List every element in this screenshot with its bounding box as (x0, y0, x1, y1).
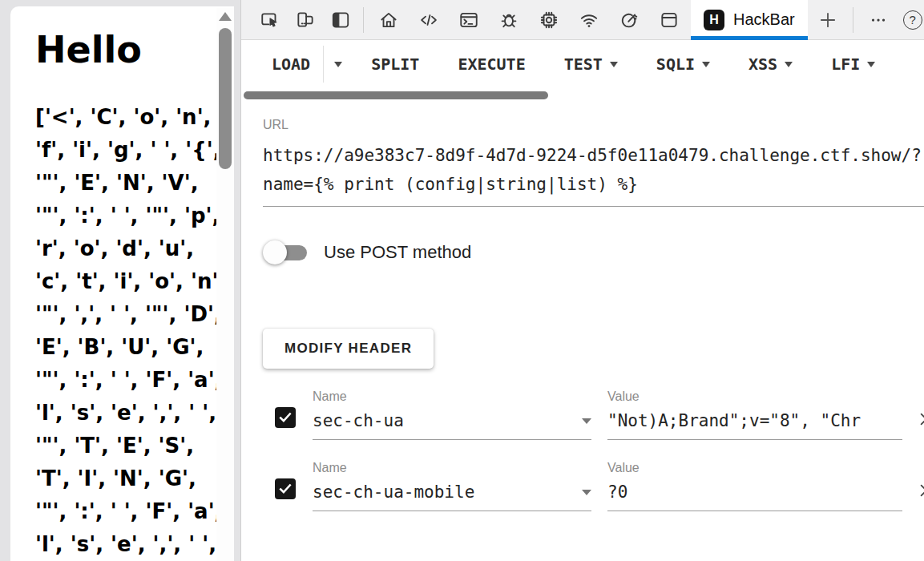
console-icon[interactable] (458, 10, 479, 30)
toolbar-separator (363, 7, 364, 33)
header-enabled-checkbox[interactable] (275, 407, 296, 428)
tab-hackbar-label: HackBar (733, 10, 795, 29)
processor-chip-icon[interactable] (539, 10, 559, 30)
header-enabled-checkbox[interactable] (275, 478, 296, 499)
header-name-label: Name (313, 389, 591, 404)
menu-item-label: EXECUTE (458, 54, 525, 74)
menu-item-load-caret[interactable] (334, 62, 342, 67)
inspect-icon[interactable] (260, 10, 280, 30)
checkmark-icon (277, 410, 293, 426)
menu-item-load[interactable]: LOAD (272, 54, 310, 74)
tab-hackbar[interactable]: H HackBar (691, 0, 808, 40)
remove-header-icon[interactable] (918, 410, 924, 428)
menu-item-lfi[interactable]: LFI (831, 54, 875, 74)
menu-item-label: LOAD (272, 54, 310, 74)
toolbar-separator (853, 7, 853, 33)
menu-item-xss[interactable]: XSS (748, 54, 793, 74)
url-input[interactable]: https://a9e383c7-8d9f-4d7d-9224-d5f0e11a… (263, 141, 924, 207)
debugger-bug-icon[interactable] (498, 10, 519, 30)
devtools-panel: H HackBar ? LOAD (240, 0, 924, 561)
performance-gauge-icon[interactable] (619, 10, 640, 30)
help-icon[interactable]: ? (903, 10, 922, 30)
add-tab-icon[interactable] (817, 10, 838, 30)
progress-bar (244, 91, 548, 99)
dropdown-caret-icon[interactable] (582, 418, 591, 424)
device-emulation-icon[interactable] (295, 10, 316, 30)
scrollbar-thumb[interactable] (219, 28, 232, 169)
header-value-input[interactable]: ?0 (607, 482, 902, 511)
help-glyph: ? (910, 13, 916, 26)
webpage-content: Hello ['<', 'C', 'o', 'n', 'f', 'i', 'g'… (10, 6, 234, 561)
modify-header-button[interactable]: MODIFY HEADER (263, 329, 434, 369)
menu-divider (323, 46, 324, 83)
menu-item-label: XSS (748, 54, 777, 74)
menu-item-label: TEST (564, 54, 603, 74)
chevron-down-icon (610, 62, 618, 67)
page-body-text: ['<', 'C', 'o', 'n', 'f', 'i', 'g', ' ',… (35, 101, 229, 561)
header-name-input[interactable]: sec-ch-ua (313, 411, 591, 440)
header-name-input[interactable]: sec-ch-ua-mobile (313, 482, 591, 511)
menu-item-label: LFI (831, 54, 860, 74)
page-title: Hello (35, 29, 199, 71)
panel-layout-icon[interactable] (330, 10, 351, 30)
post-method-label: Use POST method (324, 242, 471, 263)
menu-item-execute[interactable]: EXECUTE (458, 54, 525, 74)
header-value-input[interactable]: "Not)A;Brand";v="8", "Chr (607, 411, 902, 440)
dropdown-caret-icon[interactable] (582, 490, 591, 495)
webpage-panel: Hello ['<', 'C', 'o', 'n', 'f', 'i', 'g'… (0, 0, 240, 561)
page-scrollbar[interactable] (216, 8, 234, 561)
header-row: Name sec-ch-ua-mobile Value ?0 (263, 461, 924, 511)
more-options-icon[interactable] (868, 10, 889, 30)
hackbar-logo-icon: H (704, 10, 724, 30)
scrollbar-up-arrow-icon[interactable] (219, 12, 232, 21)
header-value-label: Value (607, 389, 902, 404)
network-wifi-icon[interactable] (579, 10, 599, 30)
sources-code-icon[interactable] (418, 10, 439, 30)
browser-window: Hello ['<', 'C', 'o', 'n', 'f', 'i', 'g'… (0, 0, 924, 561)
toggle-thumb (263, 240, 287, 264)
chevron-down-icon (785, 62, 793, 67)
devtools-toolbar: H HackBar ? (241, 0, 924, 40)
checkmark-icon (277, 481, 293, 497)
header-name-label: Name (313, 461, 591, 475)
home-icon[interactable] (378, 10, 399, 30)
menu-item-label: SQLI (656, 54, 695, 74)
chevron-down-icon (334, 62, 342, 67)
menu-item-sqli[interactable]: SQLI (656, 54, 710, 74)
chevron-down-icon (702, 62, 710, 67)
url-field-label: URL (263, 118, 924, 132)
storage-icon[interactable] (659, 10, 680, 30)
menu-item-split[interactable]: SPLIT (371, 54, 419, 74)
hackbar-content: URL https://a9e383c7-8d9f-4d7d-9224-d5f0… (241, 99, 924, 511)
header-value-label: Value (607, 461, 902, 475)
hackbar-menu-bar: LOAD SPLIT EXECUTE TEST SQLI XSS (241, 40, 924, 88)
remove-header-icon[interactable] (918, 482, 924, 499)
post-method-toggle[interactable] (263, 239, 308, 266)
menu-item-label: SPLIT (371, 54, 419, 74)
chevron-down-icon (867, 62, 875, 67)
header-row: Name sec-ch-ua Value "Not)A;Brand";v="8"… (263, 389, 924, 440)
menu-item-test[interactable]: TEST (564, 54, 618, 74)
post-method-row: Use POST method (263, 239, 924, 266)
